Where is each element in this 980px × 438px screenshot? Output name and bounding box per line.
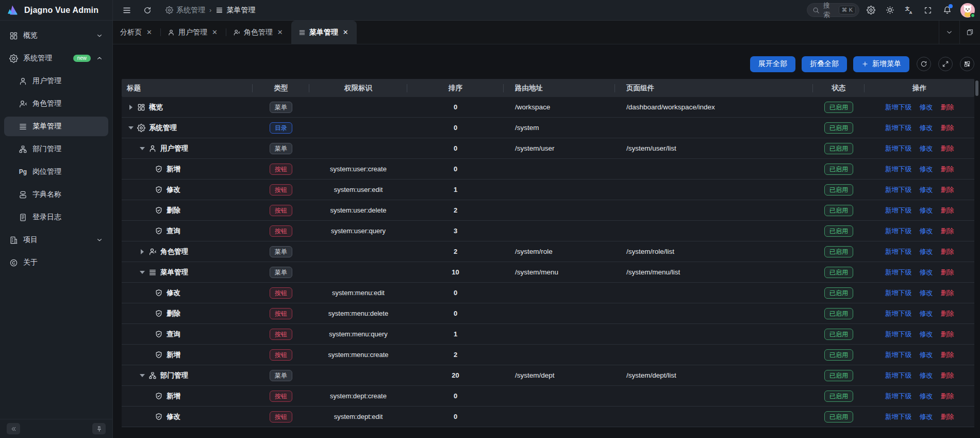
edit-link[interactable]: 修改: [920, 412, 933, 421]
sidebar-item-项目[interactable]: 项目: [4, 230, 108, 250]
refresh-page-button[interactable]: [140, 3, 155, 18]
search-icon: [812, 7, 820, 14]
add-child-link[interactable]: 新增下级: [885, 103, 912, 112]
delete-link[interactable]: 删除: [941, 309, 954, 318]
sidebar-item-角色管理[interactable]: 角色管理: [4, 94, 108, 113]
add-child-link[interactable]: 新增下级: [885, 371, 912, 380]
delete-link[interactable]: 删除: [941, 371, 954, 380]
close-tab-icon[interactable]: ✕: [145, 28, 153, 37]
sidebar-item-部门管理[interactable]: 部门管理: [4, 139, 108, 159]
edit-link[interactable]: 修改: [920, 103, 933, 112]
add-child-link[interactable]: 新增下级: [885, 185, 912, 194]
edit-link[interactable]: 修改: [920, 268, 933, 277]
user-avatar[interactable]: [960, 3, 975, 18]
refresh-table-button[interactable]: [917, 57, 931, 71]
tab-list-dropdown-button[interactable]: [939, 21, 959, 44]
add-child-link[interactable]: 新增下级: [885, 392, 912, 401]
delete-link[interactable]: 删除: [941, 226, 954, 236]
edit-link[interactable]: 修改: [920, 185, 933, 194]
status-badge: 已启用: [824, 184, 853, 196]
sidebar-item-菜单管理[interactable]: 菜单管理: [4, 117, 108, 136]
delete-link[interactable]: 删除: [941, 392, 954, 401]
edit-link[interactable]: 修改: [920, 165, 933, 174]
sidebar-item-岗位管理[interactable]: Pg岗位管理: [4, 162, 108, 182]
edit-link[interactable]: 修改: [920, 350, 933, 360]
notifications-button[interactable]: [939, 3, 955, 18]
add-child-link[interactable]: 新增下级: [885, 412, 912, 421]
settings-button[interactable]: [863, 3, 878, 18]
collapse-sidebar-button[interactable]: [7, 423, 20, 434]
delete-link[interactable]: 删除: [941, 268, 954, 277]
row-title: 概览: [149, 103, 163, 112]
tab-用户管理[interactable]: 用户管理✕: [160, 21, 226, 44]
collapse-all-button[interactable]: 折叠全部: [802, 56, 847, 72]
theme-toggle-button[interactable]: [882, 3, 898, 18]
add-child-link[interactable]: 新增下级: [885, 309, 912, 318]
caret-down-icon[interactable]: [127, 126, 135, 129]
add-child-link[interactable]: 新增下级: [885, 288, 912, 298]
add-child-link[interactable]: 新增下级: [885, 165, 912, 174]
language-button[interactable]: 文A: [901, 3, 917, 18]
tab-角色管理[interactable]: 角色管理✕: [226, 21, 291, 44]
edit-link[interactable]: 修改: [920, 144, 933, 153]
sidebar-item-用户管理[interactable]: 用户管理: [4, 71, 108, 91]
edit-link[interactable]: 修改: [920, 288, 933, 298]
sidebar-item-关于[interactable]: 关于: [4, 253, 108, 272]
delete-link[interactable]: 删除: [941, 103, 954, 112]
type-badge: 按钮: [270, 205, 292, 216]
add-menu-button[interactable]: 新增菜单: [853, 56, 909, 72]
caret-right-icon[interactable]: [138, 249, 146, 254]
caret-right-icon[interactable]: [127, 105, 135, 110]
sidebar-toggle-button[interactable]: [119, 3, 135, 18]
search-input[interactable]: 搜索 ⌘ K: [807, 3, 859, 17]
delete-link[interactable]: 删除: [941, 412, 954, 421]
sidebar-item-字典名称[interactable]: 字典名称: [4, 185, 108, 204]
tab-分析页[interactable]: 分析页✕: [113, 21, 160, 44]
add-child-link[interactable]: 新增下级: [885, 330, 912, 339]
delete-link[interactable]: 删除: [941, 165, 954, 174]
delete-link[interactable]: 删除: [941, 123, 954, 133]
caret-down-icon[interactable]: [138, 374, 146, 377]
delete-link[interactable]: 删除: [941, 350, 954, 360]
close-tab-icon[interactable]: ✕: [342, 28, 350, 37]
breadcrumb-item[interactable]: 系统管理: [165, 6, 205, 15]
add-child-link[interactable]: 新增下级: [885, 226, 912, 236]
tab-菜单管理[interactable]: 菜单管理✕: [291, 21, 357, 44]
status-badge: 已启用: [824, 370, 853, 381]
fullscreen-button[interactable]: [920, 3, 936, 18]
pin-sidebar-button[interactable]: [92, 423, 106, 434]
edit-link[interactable]: 修改: [920, 392, 933, 401]
table-scrollbar[interactable]: [975, 80, 978, 96]
add-child-link[interactable]: 新增下级: [885, 206, 912, 215]
edit-link[interactable]: 修改: [920, 330, 933, 339]
sidebar-item-登录日志[interactable]: 登录日志: [4, 207, 108, 227]
sidebar-item-概览[interactable]: 概览: [4, 26, 108, 45]
delete-link[interactable]: 删除: [941, 247, 954, 256]
expand-all-button[interactable]: 展开全部: [750, 56, 795, 72]
table-fullscreen-button[interactable]: [938, 57, 953, 71]
caret-down-icon[interactable]: [138, 147, 146, 150]
delete-link[interactable]: 删除: [941, 185, 954, 194]
edit-link[interactable]: 修改: [920, 247, 933, 256]
edit-link[interactable]: 修改: [920, 226, 933, 236]
delete-link[interactable]: 删除: [941, 330, 954, 339]
delete-link[interactable]: 删除: [941, 206, 954, 215]
close-tab-icon[interactable]: ✕: [211, 28, 219, 37]
add-child-link[interactable]: 新增下级: [885, 350, 912, 360]
sidebar-item-系统管理[interactable]: 系统管理new: [4, 48, 108, 68]
add-child-link[interactable]: 新增下级: [885, 268, 912, 277]
column-settings-button[interactable]: [960, 57, 974, 71]
content-maximize-button[interactable]: [959, 21, 980, 44]
delete-link[interactable]: 删除: [941, 288, 954, 298]
edit-link[interactable]: 修改: [920, 371, 933, 380]
add-child-link[interactable]: 新增下级: [885, 123, 912, 133]
add-child-link[interactable]: 新增下级: [885, 247, 912, 256]
breadcrumb-item-current[interactable]: 菜单管理: [215, 6, 255, 15]
caret-down-icon[interactable]: [138, 271, 146, 274]
edit-link[interactable]: 修改: [920, 123, 933, 133]
edit-link[interactable]: 修改: [920, 206, 933, 215]
close-tab-icon[interactable]: ✕: [276, 28, 284, 37]
edit-link[interactable]: 修改: [920, 309, 933, 318]
delete-link[interactable]: 删除: [941, 144, 954, 153]
add-child-link[interactable]: 新增下级: [885, 144, 912, 153]
